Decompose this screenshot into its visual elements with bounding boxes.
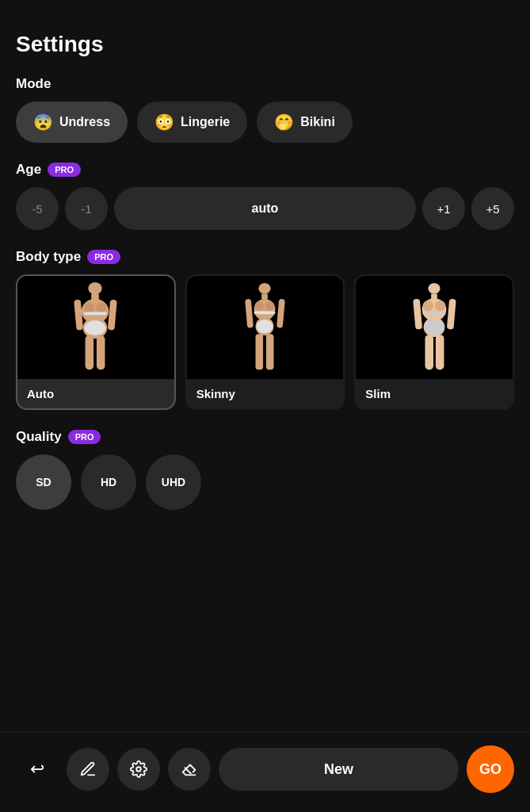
- svg-rect-10: [74, 299, 84, 330]
- mode-btn-bikini[interactable]: 🤭 Bikini: [257, 102, 353, 143]
- settings-page: Settings Mode 😨 Undress 😳 Lingerie 🤭 Bik…: [0, 0, 530, 616]
- svg-point-4: [96, 302, 106, 312]
- body-card-auto-image: [17, 276, 174, 379]
- svg-rect-5: [84, 312, 107, 315]
- page-title: Settings: [16, 32, 514, 57]
- body-type-pro-badge: PRO: [87, 250, 120, 264]
- svg-point-27: [422, 301, 433, 311]
- svg-rect-34: [413, 298, 422, 329]
- eraser-icon: [181, 760, 198, 778]
- svg-rect-35: [447, 298, 456, 329]
- age-auto-btn[interactable]: auto: [114, 187, 416, 230]
- mode-btn-lingerie[interactable]: 😳 Lingerie: [137, 102, 247, 143]
- body-type-cards-group: Auto: [16, 274, 514, 410]
- age-minus5-btn[interactable]: -5: [16, 187, 59, 230]
- undress-emoji: 😨: [33, 113, 53, 132]
- quality-uhd-btn[interactable]: UHD: [146, 454, 201, 510]
- svg-point-3: [84, 302, 94, 312]
- svg-point-36: [136, 767, 141, 772]
- svg-point-19: [256, 319, 273, 332]
- svg-rect-20: [256, 334, 264, 370]
- bottom-spacer: [16, 529, 514, 600]
- age-plus5-btn[interactable]: +5: [471, 187, 514, 230]
- quality-section: Quality PRO SD HD UHD: [16, 429, 514, 510]
- svg-point-0: [89, 282, 102, 294]
- svg-point-12: [258, 282, 270, 293]
- age-minus1-btn[interactable]: -1: [65, 187, 108, 230]
- bikini-emoji: 🤭: [274, 113, 294, 132]
- quality-hd-btn[interactable]: HD: [81, 454, 136, 510]
- mode-btn-undress[interactable]: 😨 Undress: [16, 102, 128, 143]
- body-type-section: Body type PRO: [16, 249, 514, 410]
- body-card-skinny-label: Skinny: [187, 379, 344, 408]
- quality-label: Quality: [16, 429, 62, 445]
- go-label: GO: [479, 761, 501, 778]
- svg-rect-11: [108, 299, 117, 330]
- body-card-auto[interactable]: Auto: [16, 274, 176, 410]
- gear-icon: [130, 760, 147, 778]
- svg-rect-9: [97, 335, 105, 370]
- lingerie-label: Lingerie: [181, 115, 230, 129]
- age-label: Age: [16, 162, 41, 178]
- svg-rect-8: [86, 335, 94, 370]
- body-type-label: Body type: [16, 249, 81, 265]
- svg-rect-1: [92, 293, 100, 300]
- svg-rect-29: [422, 312, 445, 315]
- back-icon: ↩: [30, 759, 44, 779]
- body-card-auto-label: Auto: [17, 379, 174, 408]
- quality-sd-btn[interactable]: SD: [16, 454, 71, 510]
- svg-point-15: [255, 301, 265, 310]
- go-button[interactable]: GO: [467, 745, 514, 793]
- bikini-label: Bikini: [300, 115, 335, 129]
- age-plus1-btn[interactable]: +1: [422, 187, 465, 230]
- new-button[interactable]: New: [219, 748, 459, 791]
- mode-label: Mode: [16, 76, 514, 92]
- svg-rect-23: [276, 298, 285, 327]
- quality-buttons-group: SD HD UHD: [16, 454, 514, 510]
- brush-icon: [79, 760, 97, 778]
- svg-rect-25: [431, 293, 437, 299]
- svg-rect-21: [266, 334, 274, 370]
- mode-section: Mode 😨 Undress 😳 Lingerie 🤭 Bikini: [16, 76, 514, 143]
- svg-rect-17: [254, 311, 276, 314]
- lingerie-emoji: 😳: [154, 113, 174, 132]
- quality-label-row: Quality PRO: [16, 429, 514, 445]
- quality-pro-badge: PRO: [68, 430, 101, 444]
- age-section: Age PRO -5 -1 auto +1 +5: [16, 162, 514, 230]
- eraser-button[interactable]: [168, 748, 211, 791]
- age-buttons-group: -5 -1 auto +1 +5: [16, 187, 514, 230]
- svg-point-7: [85, 320, 106, 335]
- svg-rect-22: [245, 298, 254, 327]
- svg-rect-13: [261, 293, 268, 299]
- body-type-label-row: Body type PRO: [16, 249, 514, 265]
- body-card-slim-image: [356, 276, 513, 379]
- svg-rect-33: [436, 335, 444, 370]
- svg-point-31: [424, 319, 444, 334]
- body-card-skinny-image: [187, 276, 344, 379]
- mode-buttons-group: 😨 Undress 😳 Lingerie 🤭 Bikini: [16, 102, 514, 143]
- svg-rect-32: [425, 335, 433, 370]
- body-card-slim-label: Slim: [356, 379, 513, 408]
- bottom-bar: ↩ New GO: [0, 732, 530, 812]
- new-label: New: [324, 761, 353, 778]
- svg-point-24: [428, 282, 440, 293]
- age-pro-badge: PRO: [48, 163, 81, 177]
- undress-label: Undress: [59, 115, 110, 129]
- settings-button[interactable]: [117, 748, 160, 791]
- back-button[interactable]: ↩: [16, 748, 59, 791]
- brush-button[interactable]: [67, 748, 109, 791]
- svg-point-28: [435, 301, 445, 311]
- svg-point-16: [265, 301, 275, 310]
- body-card-slim[interactable]: Slim: [354, 274, 514, 410]
- body-card-skinny[interactable]: Skinny: [185, 274, 345, 410]
- age-label-row: Age PRO: [16, 162, 514, 178]
